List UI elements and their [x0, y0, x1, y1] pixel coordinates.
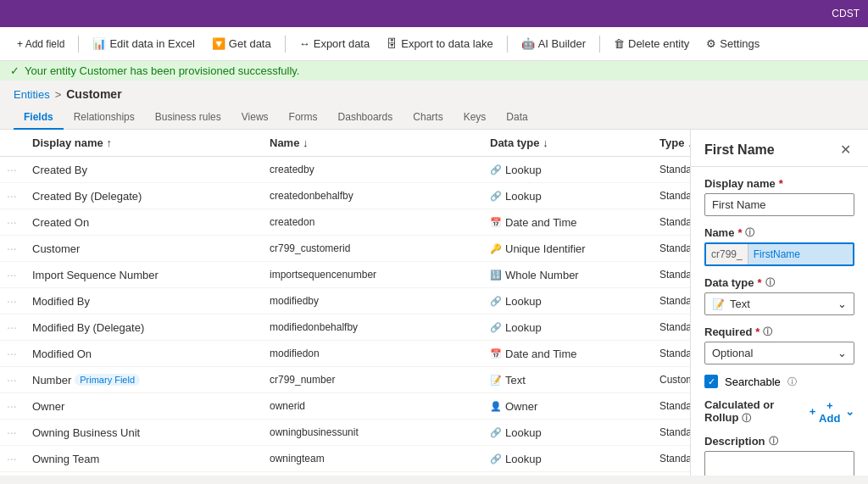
export-data-button[interactable]: ↔ Export data: [292, 34, 377, 53]
breadcrumb-parent[interactable]: Entities: [14, 88, 50, 101]
cell-name: modifiedonbehalfby: [263, 314, 483, 340]
table-row[interactable]: ··· Modified By modifiedby 🔗 Lookup Stan…: [0, 288, 690, 314]
cell-type: Standard: [653, 209, 690, 235]
check-icon: ✓: [708, 376, 715, 387]
cell-dots: ···: [0, 393, 25, 419]
table-row[interactable]: ··· Created By (Delegate) createdonbehal…: [0, 183, 690, 209]
top-bar-title: CDST: [832, 8, 860, 19]
nav-tab-data[interactable]: Data: [496, 106, 537, 130]
name-group: Name * ⓘ cr799_ FirstName: [704, 226, 854, 266]
nav-tabs: FieldsRelationshipsBusiness rulesViewsFo…: [0, 103, 868, 130]
breadcrumb-separator: >: [55, 88, 62, 101]
cell-dots: ···: [0, 157, 25, 182]
toolbar-separator-4: [599, 36, 600, 53]
toolbar-separator-3: [507, 36, 508, 53]
data-type-label: Data type * ⓘ: [704, 276, 854, 289]
success-icon: ✓: [10, 64, 19, 77]
edit-in-excel-button[interactable]: 📊 Edit data in Excel: [86, 34, 201, 53]
calculated-add-button[interactable]: + + Add ⌄: [810, 399, 854, 425]
top-bar: CDST: [0, 0, 868, 27]
cell-type: Standard: [653, 393, 690, 419]
settings-button[interactable]: ⚙ Settings: [699, 34, 766, 53]
cell-displayname: Modified By (Delegate): [25, 314, 263, 340]
table-row[interactable]: ··· Created On createdon 📅 Date and Time…: [0, 209, 690, 236]
nav-tab-relationships[interactable]: Relationships: [64, 106, 145, 130]
table-row[interactable]: ··· Owning Team owningteam 🔗 Lookup Stan…: [0, 446, 690, 472]
display-name-input[interactable]: [704, 193, 854, 216]
searchable-row[interactable]: ✓ Searchable ⓘ: [704, 375, 854, 388]
table-row[interactable]: ··· Customer cr799_customerid 🔑 Unique I…: [0, 236, 690, 262]
datatype-icon: 🔑: [490, 243, 502, 254]
table-row[interactable]: ··· Number Primary Field cr799_number 📝 …: [0, 367, 690, 393]
export-to-data-lake-button[interactable]: 🗄 Export to data lake: [380, 34, 499, 53]
col-header-type[interactable]: Type ↓: [653, 130, 690, 156]
nav-tab-dashboards[interactable]: Dashboards: [328, 106, 403, 130]
name-info-icon[interactable]: ⓘ: [745, 226, 754, 239]
chevron-down-icon: ⌄: [837, 298, 847, 310]
searchable-checkbox[interactable]: ✓: [704, 375, 718, 388]
nav-tab-charts[interactable]: Charts: [403, 106, 453, 130]
required-chevron-icon: ⌄: [837, 347, 847, 359]
cell-dots: ···: [0, 183, 25, 209]
cell-dots: ···: [0, 446, 25, 471]
cell-type: Standard: [653, 288, 690, 314]
table-row[interactable]: ··· Created By createdby 🔗 Lookup Standa…: [0, 157, 690, 183]
col-header-displayname[interactable]: Display name ↑: [25, 130, 263, 156]
nav-tab-fields[interactable]: Fields: [14, 106, 64, 130]
description-info-icon[interactable]: ⓘ: [769, 435, 778, 448]
cell-dots: ···: [0, 314, 25, 340]
settings-icon: ⚙: [706, 37, 716, 50]
table-rows-container: ··· Created By createdby 🔗 Lookup Standa…: [0, 157, 690, 476]
name-value[interactable]: FirstName: [748, 244, 853, 264]
datatype-icon: 📅: [490, 217, 502, 228]
cell-type: Standard: [653, 314, 690, 340]
cell-type: Standard: [653, 183, 690, 209]
cell-type: Standard: [653, 420, 690, 445]
cell-displayname: Modified By: [25, 288, 263, 314]
calculated-label: Calculated or Rollup ⓘ: [704, 398, 810, 425]
table-row[interactable]: ··· Owning Business Unit owningbusinessu…: [0, 420, 690, 446]
cell-name: owninguser: [263, 472, 483, 476]
cell-type: Standard: [653, 472, 690, 476]
cell-displayname: Import Sequence Number: [25, 262, 263, 287]
cell-datatype: 📅 Date and Time: [483, 209, 653, 235]
close-panel-button[interactable]: ✕: [837, 140, 854, 159]
cell-displayname: Created On: [25, 209, 263, 235]
cell-datatype: 🔗 Lookup: [483, 288, 653, 314]
datatype-icon: 🔗: [490, 453, 502, 465]
table-row[interactable]: ··· Modified By (Delegate) modifiedonbeh…: [0, 314, 690, 341]
datatype-icon: 📝: [490, 375, 502, 386]
get-data-button[interactable]: 🔽 Get data: [205, 34, 278, 53]
data-type-info-icon[interactable]: ⓘ: [765, 276, 775, 289]
ai-builder-button[interactable]: 🤖 AI Builder: [515, 34, 593, 53]
excel-icon: 📊: [92, 37, 106, 50]
searchable-info-icon[interactable]: ⓘ: [787, 376, 797, 388]
data-type-select[interactable]: 📝 Text ⌄: [704, 292, 854, 315]
calculated-info-icon[interactable]: ⓘ: [742, 413, 751, 423]
cell-name: cr799_customerid: [263, 236, 483, 261]
description-textarea[interactable]: [704, 451, 854, 476]
required-info-icon[interactable]: ⓘ: [763, 325, 772, 338]
col-header-name[interactable]: Name ↓: [263, 130, 483, 156]
nav-tab-forms[interactable]: Forms: [279, 106, 328, 130]
cell-type: Standard: [653, 157, 690, 182]
datatype-icon: 🔗: [490, 191, 502, 202]
cell-name: createdon: [263, 209, 483, 235]
cell-dots: ···: [0, 472, 25, 476]
table-row[interactable]: ··· Owning User owninguser 🔗 Lookup Stan…: [0, 472, 690, 476]
cell-type: Custom: [653, 367, 690, 392]
table-row[interactable]: ··· Import Sequence Number importsequenc…: [0, 262, 690, 288]
delete-entity-button[interactable]: 🗑 Delete entity: [607, 34, 696, 53]
add-chevron-icon: ⌄: [845, 405, 854, 418]
nav-tab-keys[interactable]: Keys: [453, 106, 497, 130]
cell-datatype: 🔗 Lookup: [483, 472, 653, 476]
col-header-datatype[interactable]: Data type ↓: [483, 130, 653, 156]
add-field-button[interactable]: + Add field: [10, 35, 71, 53]
nav-tab-views[interactable]: Views: [231, 106, 279, 130]
nav-tab-business-rules[interactable]: Business rules: [145, 106, 231, 130]
table-row[interactable]: ··· Modified On modifiedon 📅 Date and Ti…: [0, 341, 690, 367]
required-select[interactable]: Optional ⌄: [704, 342, 854, 364]
get-data-icon: 🔽: [212, 37, 225, 50]
table-row[interactable]: ··· Owner ownerid 👤 Owner Standard ✓: [0, 393, 690, 420]
cell-datatype: 📅 Date and Time: [483, 341, 653, 366]
